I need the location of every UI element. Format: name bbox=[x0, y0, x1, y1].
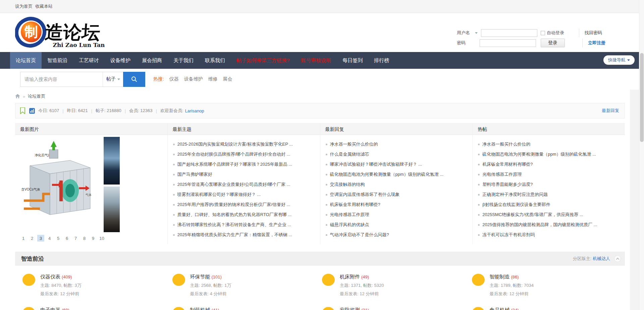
search-input[interactable] bbox=[20, 72, 103, 87]
nav-forum-home[interactable]: 论坛首页 bbox=[10, 52, 42, 69]
forum-jichuang-fujian[interactable]: 机床附件(49) 主题: 1371, 帖数: 5320 最后发表: 12 分钟前 bbox=[320, 268, 470, 302]
page-1[interactable]: 1 bbox=[20, 235, 27, 242]
topic-link[interactable]: 2025年用户推荐的/质量好的纳米粒度分析仪厂家/信誉好 ... bbox=[177, 202, 290, 208]
nav-shebei-weihu[interactable]: 设备维护 bbox=[105, 52, 136, 69]
forum-last-post[interactable]: 最后发表: 12 分钟前 bbox=[490, 291, 534, 297]
nav-daily-signin[interactable]: 每日签到 bbox=[337, 52, 368, 69]
scrollbar-thumb[interactable] bbox=[640, 53, 644, 142]
topic-link[interactable]: 2025年全自动封膜仪品牌推荐/哪个品牌评价好/全自动封 ... bbox=[177, 151, 290, 157]
hot-link-shebei-weihu[interactable]: 设备维护 bbox=[184, 76, 203, 82]
hot-link-zhanhui[interactable]: 展会 bbox=[223, 76, 232, 82]
reply-link[interactable]: 交流接触器的结构 bbox=[330, 182, 365, 188]
forum-name[interactable]: 环保节能 bbox=[190, 274, 210, 279]
topic-link[interactable]: 质量好、口碑好、知名的蓄热式热力氧化器RTO厂家有哪 ... bbox=[177, 212, 291, 218]
forum-zhineng-zhizao[interactable]: 智能制造(86) 主题: 1789, 帖数: 7034 最后发表: 12 分钟前 bbox=[470, 268, 620, 302]
forum-dianzi-dianqi[interactable]: 电子电器(69) 主题: 1483, 帖数: 6002 bbox=[20, 302, 170, 310]
forum-name[interactable]: 食品机械 bbox=[490, 307, 510, 310]
new-member-link[interactable]: Larisanop bbox=[185, 108, 204, 113]
hot-post-link[interactable]: β射线扬尘在线监测仪设备主要部件 bbox=[482, 202, 550, 208]
page-8[interactable]: 8 bbox=[81, 235, 88, 242]
quick-nav-button[interactable]: 快捷导航 bbox=[603, 55, 635, 65]
forum-huanbao-jieneng[interactable]: 环保节能(101) 主题: 2568, 帖数: 1万 最后发表: 4 分钟前 bbox=[170, 268, 320, 302]
topic-link[interactable]: 国产超纯水系统哪个品牌牌子好？哪家强？2025年最新品 ... bbox=[177, 161, 292, 167]
register-link[interactable]: 立即注册 bbox=[588, 40, 605, 46]
latest-reply-link[interactable]: 最新回复 bbox=[602, 108, 619, 114]
forum-name[interactable]: 电子电器 bbox=[40, 307, 60, 310]
reply-link[interactable]: 净水器一般买什么价位的 bbox=[330, 141, 378, 147]
topic-link[interactable]: 喷雾剂灌装机哪家公司好？哪家做得好？ ... bbox=[177, 192, 261, 198]
page-3[interactable]: 3 bbox=[37, 235, 44, 242]
collapse-section-button[interactable] bbox=[614, 255, 621, 262]
hot-post-link[interactable]: 机床钣金常用材料有哪些? bbox=[482, 161, 533, 167]
hot-link-yiqi[interactable]: 仪器 bbox=[169, 76, 179, 82]
topic-link[interactable]: 沸石转筒哪家性价比高？沸石转筒设备生产商、生产企业 ... bbox=[177, 222, 291, 228]
username-caret-icon[interactable] bbox=[475, 32, 478, 34]
latest-image-thumb-1[interactable] bbox=[104, 137, 120, 185]
hot-post-link[interactable]: 正确测定种子净度时应注意的问题 bbox=[482, 192, 548, 198]
topic-link[interactable]: 2025-2026国内实验室规划设计方案/标准实验室数字化EP ... bbox=[177, 141, 293, 147]
nav-account-review-note[interactable]: 账号审核说明 bbox=[295, 52, 337, 69]
breadcrumb-forum-home[interactable]: 论坛首页 bbox=[28, 93, 45, 99]
hot-post-link[interactable]: 2025值得推荐的国内镀层检测品牌，国内镀层检测优质厂 ... bbox=[482, 222, 597, 228]
page-5[interactable]: 5 bbox=[55, 235, 62, 242]
username-input[interactable] bbox=[481, 29, 537, 37]
reply-link[interactable]: 硫化物固态电池为何要检测微量（ppm）级别的硫化氢泄 ... bbox=[330, 171, 444, 177]
forum-anfang-jiance[interactable]: 安防监测(21) 主题: 604, 帖数: 2465 bbox=[320, 302, 470, 310]
hot-post-link[interactable]: 塑料培养皿能耐多少温度? bbox=[482, 182, 533, 188]
nav-zhizao-qianyan[interactable]: 智造前沿 bbox=[42, 52, 73, 69]
page-7[interactable]: 7 bbox=[72, 235, 79, 242]
forum-name[interactable]: 制药机械 bbox=[190, 307, 210, 310]
forum-name[interactable]: 机床附件 bbox=[340, 274, 360, 279]
page-4[interactable]: 4 bbox=[46, 235, 53, 242]
topic-link[interactable]: 国产马弗炉哪家好 bbox=[177, 171, 212, 177]
reply-link[interactable]: 光电传感器工作原理 bbox=[330, 212, 369, 218]
topic-link[interactable]: 2025年管道离心泵哪家企业质量好/公司品质好/哪个厂家 ... bbox=[177, 182, 290, 188]
login-button[interactable]: 登录 bbox=[541, 39, 565, 47]
nav-ranking[interactable]: 排行榜 bbox=[368, 52, 395, 69]
nav-contact-us[interactable]: 联系我们 bbox=[199, 52, 231, 69]
find-password-link[interactable]: 找回密码 bbox=[585, 30, 602, 36]
forum-yiqi-yibiao[interactable]: 仪器仪表(409) 主题: 8470, 帖数: 3万 最后发表: 12 分钟前 bbox=[20, 268, 170, 302]
add-favorite-link[interactable]: 收藏本站 bbox=[35, 3, 53, 9]
hot-link-weixiu[interactable]: 维修 bbox=[208, 76, 218, 82]
forum-name[interactable]: 智能制造 bbox=[490, 274, 510, 279]
reply-link[interactable]: 空调室内温度传感器坏了有什么现象 bbox=[330, 192, 400, 198]
nav-third-party-link-help[interactable]: 帖子如何带第三方链接? bbox=[231, 52, 295, 69]
reply-link[interactable]: 气动冲床启动不了是什么问题? bbox=[330, 232, 389, 238]
nav-zhanhui-zhaoshang[interactable]: 展会招商 bbox=[136, 52, 168, 69]
hot-post-link[interactable]: 光电传感器工作原理 bbox=[482, 171, 522, 177]
hot-post-link[interactable]: 2025SMC绝缘板实力/优质/靠谱厂家，供应商推荐 ... bbox=[482, 212, 583, 218]
page-6[interactable]: 6 bbox=[63, 235, 70, 242]
reply-link[interactable]: 哪家冲击试验箱好？哪些冲击试验箱牌子好？ ... bbox=[330, 161, 422, 167]
hot-post-link[interactable]: 硫化物固态电池为何要检测微量（ppm）级别的硫化氢泄 ... bbox=[482, 151, 596, 157]
forum-name[interactable]: 安防监测 bbox=[340, 307, 360, 310]
page-9[interactable]: 9 bbox=[90, 235, 97, 242]
nav-about-us[interactable]: 关于我们 bbox=[168, 52, 199, 69]
latest-image-thumb-2[interactable] bbox=[104, 187, 120, 232]
reply-link[interactable]: 什么是金属烧结滤芯 bbox=[330, 151, 369, 157]
hot-post-link[interactable]: 净水器一般买什么价位的 bbox=[482, 141, 530, 147]
forum-last-post[interactable]: 最后发表: 4 分钟前 bbox=[190, 291, 231, 297]
home-icon[interactable] bbox=[15, 94, 20, 99]
search-button[interactable] bbox=[123, 72, 145, 87]
set-home-link[interactable]: 设为首页 bbox=[15, 3, 33, 9]
forum-zhiyao-jixie[interactable]: 制药机械(41) 主题: 997, 帖数: 3379 bbox=[170, 302, 320, 310]
auto-login-checkbox[interactable] bbox=[541, 31, 545, 35]
topic-link[interactable]: 2025年精馏塔优质头部实力生产厂家：精馏装置，不锈钢 ... bbox=[177, 232, 292, 238]
section-title[interactable]: 智造前沿 bbox=[21, 255, 44, 263]
forum-last-post[interactable]: 最后发表: 12 分钟前 bbox=[340, 291, 384, 297]
hot-post-link[interactable]: 冻干机可以冻干有机溶剂吗 bbox=[482, 232, 535, 238]
moderator-link[interactable]: 机械达人 bbox=[593, 256, 610, 261]
vertical-scrollbar[interactable] bbox=[639, 0, 644, 310]
reply-link[interactable]: 磁悬浮风机的优缺点 bbox=[330, 222, 369, 228]
forum-name[interactable]: 仪器仪表 bbox=[40, 274, 60, 279]
forum-shipin-jixie[interactable]: 食品机械(24) 主题: 799, 帖数: 3159 bbox=[470, 302, 620, 310]
latest-image-preview[interactable]: 净化后气体 bbox=[20, 137, 102, 233]
page-10[interactable]: 10 bbox=[98, 235, 105, 242]
nav-gongyi-yantao[interactable]: 工艺研讨 bbox=[73, 52, 105, 69]
password-input[interactable] bbox=[480, 39, 536, 47]
forum-last-post[interactable]: 最后发表: 12 分钟前 bbox=[40, 291, 82, 297]
reply-link[interactable]: 机床钣金常用材料有哪些? bbox=[330, 202, 380, 208]
site-logo[interactable]: 制 造论坛 Zhi Zao Lun Tan bbox=[15, 16, 126, 50]
page-2[interactable]: 2 bbox=[29, 235, 36, 242]
